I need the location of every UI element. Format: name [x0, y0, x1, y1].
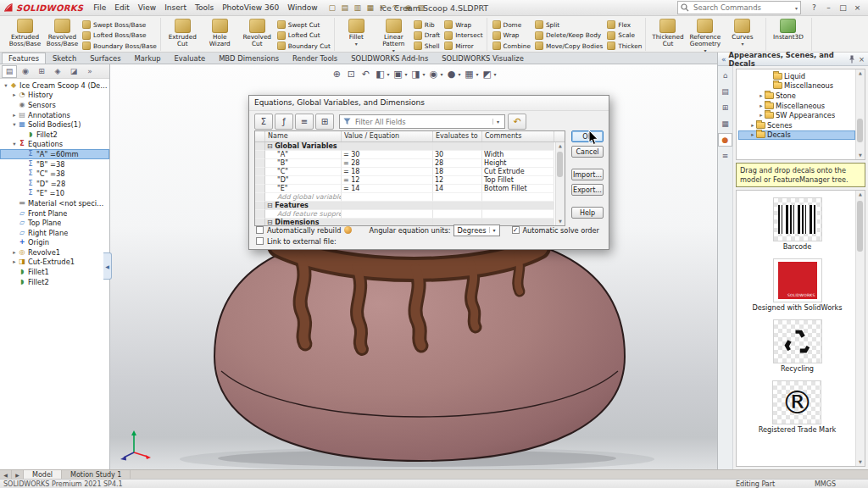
ribbon-button[interactable]: Instant3D ▾ — [770, 18, 806, 41]
view-settings-icon[interactable]: ◩ ▾ — [481, 68, 497, 80]
scroll-down-icon[interactable]: ▼ — [856, 152, 865, 159]
equation-row[interactable]: "C" = 18 18 Cut Extrude — [255, 168, 556, 176]
decal-item[interactable]: ® Registered Trade Mark — [759, 380, 837, 434]
equation-row[interactable]: Global Variables — [255, 142, 556, 151]
dialog-button[interactable]: Cancel — [571, 146, 604, 158]
ribbon-button[interactable]: Linear Pattern ▾ — [376, 18, 412, 53]
ribbon-button-small[interactable]: Split — [535, 19, 603, 30]
ribbon-button[interactable]: Revolved Boss/Base ▾ — [44, 18, 81, 47]
tree-expander-icon[interactable]: ▸ — [749, 122, 756, 129]
equation-row[interactable]: "E" = 14 14 Bottom Fillet — [255, 185, 556, 193]
sketch-equation-view-icon[interactable]: ƒ — [275, 114, 293, 130]
column-header-value[interactable]: Value / Equation — [342, 131, 433, 141]
ribbon-button-small[interactable]: Scale — [607, 30, 642, 42]
tree-expander-icon[interactable]: ▸ — [11, 258, 18, 265]
menu-item[interactable]: Window — [283, 3, 322, 12]
dialog-button[interactable]: Help — [571, 207, 604, 219]
ribbon-button-small[interactable]: Combine — [492, 41, 531, 52]
ribbon-button-small[interactable]: Intersect — [444, 30, 482, 42]
undo-button[interactable]: ↶ — [508, 114, 526, 130]
ribbon-button-small[interactable]: Rib — [414, 19, 440, 30]
feature-tree-item[interactable]: Front Plane — [0, 208, 109, 219]
tree-expander-icon[interactable]: ▾ — [3, 82, 9, 89]
collapse-pane-icon[interactable]: « — [721, 55, 726, 64]
tab-scroll-right-icon[interactable]: ▶ — [12, 470, 24, 479]
equation-row[interactable]: Features — [255, 202, 556, 210]
view-orientation-icon[interactable]: ▣ ▾ — [392, 68, 407, 80]
tab-scroll-left-icon[interactable]: ◀ — [0, 470, 12, 479]
appearances-tree-item[interactable]: ▸ Scenes — [738, 120, 855, 130]
column-header-comments[interactable]: Comments — [482, 131, 554, 141]
design-library-icon[interactable]: ▤ — [718, 85, 732, 98]
dialog-button[interactable]: Import... — [571, 169, 604, 180]
tree-expander-icon[interactable]: ▸ — [758, 112, 765, 119]
solidworks-resources-icon[interactable]: ⌂ — [718, 69, 732, 82]
scroll-up-icon[interactable]: ▲ — [556, 142, 565, 150]
appearances-tree-item[interactable]: ▸ Decals — [738, 130, 855, 141]
feature-tree-item[interactable]: Sensors — [0, 100, 109, 110]
pin-icon[interactable] — [849, 55, 855, 64]
feature-tree-item[interactable]: ▸ History — [0, 91, 109, 101]
help-button[interactable]: ? — [807, 2, 821, 14]
ribbon-button-small[interactable]: Lofted Boss/Base — [82, 30, 157, 42]
close-pane-icon[interactable]: × — [859, 55, 865, 64]
dialog-button[interactable]: Export... — [571, 184, 604, 196]
maximize-button[interactable]: □ — [836, 2, 850, 14]
column-header-evaluates[interactable]: Evaluates to — [433, 131, 482, 141]
ribbon-button[interactable]: Thickened Cut ▾ — [649, 18, 686, 53]
tree-expander-icon[interactable]: ▸ — [11, 249, 18, 256]
scrollbar-thumb[interactable] — [857, 201, 863, 252]
column-header-name[interactable]: Name — [265, 131, 342, 141]
appearances-tree-item[interactable]: ▸ SW Appearances — [738, 110, 855, 120]
tree-expander-icon[interactable]: ▸ — [758, 92, 765, 99]
tree-expander-icon[interactable]: ▾ — [11, 121, 18, 128]
ribbon-button-small[interactable]: Boundary Cut — [277, 41, 331, 52]
ribbon-button-small[interactable]: Flex — [607, 19, 642, 30]
zoom-area-icon[interactable]: ⊡ ▾ — [345, 68, 357, 80]
ribbon-tab[interactable]: Features — [2, 53, 46, 64]
scroll-up-icon[interactable]: ▲ — [856, 69, 865, 77]
displaymanager-tab-icon[interactable]: ◪ — [66, 65, 81, 78]
dialog-title[interactable]: Equations, Global Variables, and Dimensi… — [249, 96, 609, 111]
tree-expander-icon[interactable]: ▸ — [11, 92, 18, 98]
appearances-tree-item[interactable]: ▸ Stone — [738, 91, 855, 101]
close-button[interactable]: × — [850, 2, 865, 14]
feature-tree-item[interactable]: "C" =38 — [0, 169, 109, 179]
decal-item[interactable]: Barcode — [773, 197, 822, 251]
equation-row[interactable]: "D" = 12 12 Top Fillet — [255, 176, 556, 185]
propertymanager-tab-icon[interactable]: ◉ — [18, 65, 33, 78]
feature-tree-item[interactable]: "D" =28 — [0, 179, 109, 189]
ribbon-button-small[interactable]: Thicken — [607, 41, 642, 52]
ribbon-button[interactable]: Reference Geometry ▾ — [687, 18, 723, 53]
feature-tree-item[interactable]: ▸ Cut-Extrude1 — [0, 258, 109, 268]
feature-tree-item[interactable]: Origin — [0, 238, 109, 248]
ribbon-tab[interactable]: Markup — [128, 53, 168, 64]
scrollbar-thumb[interactable] — [557, 152, 563, 177]
equation-row[interactable]: Add feature suppression — [255, 210, 556, 219]
angular-units-select[interactable]: Degrees ▾ — [453, 225, 499, 236]
zoom-fit-icon[interactable]: ⊕ ▾ — [331, 68, 342, 80]
equation-row[interactable]: "A" = 30 30 Width — [255, 151, 556, 159]
feature-tree-item[interactable]: Material <not specified> — [0, 198, 109, 208]
feature-tree-item[interactable]: ▾ Ice Cream Scoop 4 (Default<<Default — [0, 80, 109, 91]
configurationmanager-tab-icon[interactable]: ⊞ — [34, 65, 49, 78]
ribbon-button[interactable]: Curves ▾ — [724, 18, 760, 53]
feature-tree-item[interactable]: Fillet2 — [0, 277, 109, 287]
feature-tree-item[interactable]: Fillet2 — [0, 130, 109, 140]
ribbon-tab[interactable]: SOLIDWORKS Add-Ins — [344, 53, 435, 64]
appearances-tree-item[interactable]: Liquid — [738, 71, 855, 81]
feature-tree-item[interactable]: ▸ Revolve1 — [0, 247, 109, 258]
display-style-icon[interactable]: ◨ ▾ — [409, 68, 425, 80]
ribbon-button-small[interactable]: Move/Copy Bodies — [535, 41, 603, 52]
scrollbar-thumb[interactable] — [857, 119, 863, 142]
ribbon-button[interactable]: Fillet ▾ — [338, 18, 375, 53]
tree-scrollbar[interactable]: ▲ ▼ — [855, 69, 865, 159]
dimxpertmanager-tab-icon[interactable]: ◈ — [50, 65, 65, 78]
equation-view-icon[interactable]: Σ — [254, 114, 273, 130]
ribbon-button-small[interactable]: Dome — [492, 19, 531, 30]
ribbon-button-small[interactable]: Shell — [414, 41, 440, 52]
automatically-rebuild-checkbox[interactable] — [256, 226, 264, 234]
ribbon-button[interactable]: Hole Wizard ▾ — [202, 18, 238, 47]
featuremanager-collapse-handle[interactable]: ◀ — [103, 252, 112, 280]
feature-tree-item[interactable]: Fillet1 — [0, 267, 109, 277]
